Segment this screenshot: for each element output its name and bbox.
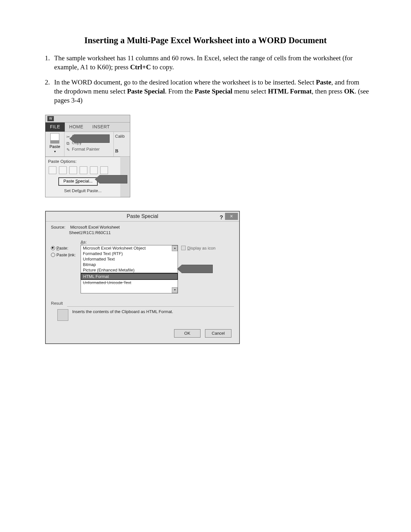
- divider: [67, 306, 234, 307]
- ok-button[interactable]: OK: [174, 329, 201, 338]
- callout-arrow-icon: [182, 265, 213, 273]
- tab-home[interactable]: HOME: [65, 123, 88, 132]
- paste-option-icon[interactable]: [59, 166, 67, 174]
- bold-button[interactable]: B: [115, 148, 130, 154]
- list-item[interactable]: Unformatted Text: [81, 256, 178, 262]
- page-title: Inserting a Multi-Page Excel Worksheet i…: [42, 35, 369, 45]
- display-as-icon-checkbox[interactable]: Display as icon: [178, 245, 215, 251]
- callout-arrow-icon: [100, 175, 127, 183]
- set-default-paste-menu-item[interactable]: Set Default Paste...: [45, 187, 120, 194]
- format-painter-button[interactable]: ✎Format Painter: [66, 147, 112, 153]
- instruction-list: The sample worksheet has 11 columns and …: [42, 54, 369, 105]
- paste-radio[interactable]: Paste:: [51, 246, 81, 251]
- paste-option-icon[interactable]: [69, 166, 77, 174]
- paste-option-icon[interactable]: [100, 166, 108, 174]
- dialog-title: Paste Special: [127, 213, 158, 219]
- chevron-down-icon[interactable]: ▾: [45, 150, 64, 153]
- radio-unchecked-icon: [51, 253, 55, 257]
- result-label: Result: [51, 301, 63, 306]
- source-label: Source:: [51, 225, 69, 230]
- radio-checked-icon: [51, 246, 55, 250]
- paste-dropdown: Paste Options: Paste Special... Set Defa…: [45, 157, 120, 197]
- paste-special-dialog: Paste Special ? × Source: Microsoft Exce…: [45, 211, 240, 344]
- scroll-up-button[interactable]: ▴: [172, 245, 178, 251]
- brush-icon: ✎: [66, 147, 71, 151]
- source-range: Sheet1!R1C1:R60C11: [51, 230, 234, 235]
- cancel-button[interactable]: Cancel: [205, 329, 231, 338]
- list-item[interactable]: Unformatted Unicode Text: [81, 280, 178, 285]
- step-2: In the WORD document, go to the desired …: [52, 78, 369, 105]
- clipboard-icon: [50, 133, 59, 143]
- dialog-titlebar: Paste Special ? ×: [46, 212, 239, 222]
- callout-arrow-icon: [74, 134, 110, 143]
- paste-special-menu-item[interactable]: Paste Special...: [58, 177, 98, 186]
- list-item[interactable]: Picture (Enhanced Metafile): [81, 267, 178, 273]
- step-1: The sample worksheet has 11 columns and …: [52, 54, 369, 72]
- checkbox-icon: [181, 246, 186, 250]
- close-button[interactable]: ×: [225, 213, 238, 220]
- paste-option-icon[interactable]: [90, 166, 98, 174]
- paste-option-icon[interactable]: [80, 166, 87, 174]
- scroll-down-button[interactable]: ▾: [172, 287, 178, 293]
- word-titlebar: W: [45, 115, 130, 123]
- list-item-selected[interactable]: HTML Format: [81, 274, 177, 279]
- paste-link-radio[interactable]: Paste link:: [51, 252, 81, 257]
- list-item[interactable]: Microsoft Excel Worksheet Object: [81, 245, 178, 251]
- list-item[interactable]: Bitmap: [81, 262, 178, 267]
- source-value: Microsoft Excel Worksheet: [70, 225, 120, 230]
- as-listbox[interactable]: ▴ Microsoft Excel Worksheet Object Forma…: [81, 245, 178, 293]
- result-text: Inserts the contents of the Clipboard as…: [72, 309, 173, 314]
- tab-file[interactable]: FILE: [45, 123, 65, 132]
- list-item[interactable]: Formatted Text (RTF): [81, 251, 178, 256]
- paste-button[interactable]: Paste ▾: [45, 132, 64, 156]
- as-label: As:: [81, 240, 234, 244]
- help-button[interactable]: ?: [220, 213, 223, 222]
- word-icon: W: [47, 116, 54, 121]
- ribbon-figure: W FILE HOME INSERT Paste ▾ ✂Cut ⧉Copy ✎F…: [45, 115, 130, 197]
- clipboard-result-icon: [57, 309, 68, 321]
- paste-options-header: Paste Options:: [45, 157, 120, 166]
- tab-insert[interactable]: INSERT: [88, 123, 114, 132]
- font-group-edge: Calib B: [113, 132, 130, 156]
- paste-option-icon[interactable]: [49, 166, 56, 174]
